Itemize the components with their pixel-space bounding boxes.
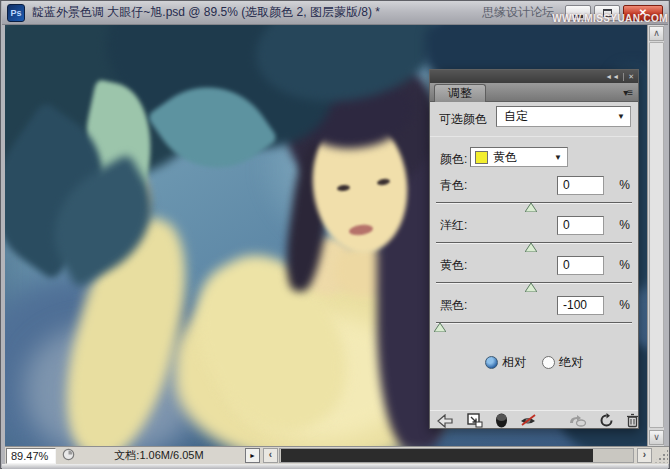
color-dropdown[interactable]: 黄色 ▼ bbox=[470, 147, 568, 167]
yellow-value-input[interactable]: 0 bbox=[557, 256, 604, 275]
color-swatch bbox=[475, 151, 488, 164]
radio-icon[interactable] bbox=[485, 356, 498, 369]
return-arrow-icon[interactable] bbox=[437, 414, 454, 428]
forum-link-text: 思缘设计论坛 bbox=[482, 4, 554, 21]
scroll-up-arrow[interactable]: ∧ bbox=[649, 26, 664, 41]
maximize-icon bbox=[603, 9, 612, 17]
percent-label: % bbox=[619, 258, 630, 272]
reset-icon[interactable] bbox=[599, 413, 614, 428]
percent-label: % bbox=[619, 298, 630, 312]
magenta-value-input[interactable]: 0 bbox=[557, 216, 604, 235]
yellow-slider-handle[interactable] bbox=[525, 283, 537, 292]
close-button[interactable]: ✕ bbox=[623, 5, 663, 21]
black-slider-handle[interactable] bbox=[434, 323, 446, 332]
toggle-visibility-eye-icon[interactable] bbox=[519, 413, 539, 428]
horizontal-scrollbar[interactable] bbox=[279, 448, 634, 463]
minimize-icon bbox=[574, 15, 583, 18]
maximize-button[interactable] bbox=[594, 5, 620, 21]
chevron-down-icon: ▼ bbox=[617, 112, 630, 121]
chevron-down-icon: ▼ bbox=[554, 153, 567, 162]
absolute-label: 绝对 bbox=[559, 354, 583, 371]
vertical-scroll-thumb[interactable] bbox=[649, 42, 664, 428]
black-value-input[interactable]: -100 bbox=[557, 296, 604, 315]
status-bar: 89.47% 文档:1.06M/6.05M ► ‹ › bbox=[5, 446, 669, 464]
timing-icon bbox=[62, 448, 75, 463]
yellow-slider-track[interactable] bbox=[436, 282, 632, 284]
preset-value: 自定 bbox=[497, 108, 528, 125]
window-frame-bottom bbox=[2, 464, 668, 469]
magenta-slider-group: 洋红: 0 % bbox=[430, 216, 638, 254]
preset-dropdown[interactable]: 自定 ▼ bbox=[496, 106, 631, 127]
yellow-slider-group: 黄色: 0 % bbox=[430, 256, 638, 294]
magenta-slider-handle[interactable] bbox=[525, 243, 537, 252]
expanded-view-icon[interactable] bbox=[467, 413, 483, 428]
zoom-level-input[interactable]: 89.47% bbox=[6, 448, 56, 464]
yellow-label: 黄色: bbox=[440, 257, 467, 274]
panel-header-bar: ◄◄ ✕ bbox=[430, 70, 638, 83]
cyan-slider-group: 青色: 0 % bbox=[430, 176, 638, 214]
relative-label: 相对 bbox=[502, 354, 526, 371]
black-slider-track[interactable] bbox=[436, 322, 632, 324]
percent-label: % bbox=[619, 218, 630, 232]
panel-menu-icon[interactable]: ▾≡ bbox=[623, 87, 632, 98]
window-title: 靛蓝外景色调 大眼仔~旭.psd @ 89.5% (选取颜色 2, 图层蒙版/8… bbox=[32, 4, 380, 21]
percent-label: % bbox=[619, 178, 630, 192]
status-menu-button[interactable]: ► bbox=[245, 448, 260, 463]
magenta-label: 洋红: bbox=[440, 217, 467, 234]
divider bbox=[430, 136, 638, 137]
cyan-label: 青色: bbox=[440, 177, 467, 194]
resize-grip[interactable] bbox=[654, 449, 668, 463]
cyan-value-input[interactable]: 0 bbox=[557, 176, 604, 195]
photoshop-window: Ps 靛蓝外景色调 大眼仔~旭.psd @ 89.5% (选取颜色 2, 图层蒙… bbox=[0, 0, 670, 469]
cyan-slider-handle[interactable] bbox=[525, 203, 537, 212]
vertical-scrollbar[interactable]: ∧ ∨ bbox=[647, 25, 664, 446]
collapse-to-icons-icon[interactable]: ◄◄ bbox=[605, 73, 619, 80]
scroll-left-arrow[interactable]: ‹ bbox=[263, 448, 278, 463]
close-icon: ✕ bbox=[639, 7, 647, 18]
tab-adjustments[interactable]: 调整 bbox=[434, 84, 486, 102]
document-size-info: 文档:1.06M/6.05M bbox=[79, 448, 239, 463]
scroll-right-arrow[interactable]: › bbox=[637, 448, 652, 463]
black-slider-group: 黑色: -100 % bbox=[430, 296, 638, 334]
adjustments-panel: ◄◄ ✕ 调整 ▾≡ 可选颜色 自定 ▼ 颜色: 黄色 ▼ 青 bbox=[429, 69, 639, 429]
photoshop-logo-icon[interactable]: Ps bbox=[7, 4, 25, 22]
black-label: 黑色: bbox=[440, 297, 467, 314]
panel-close-icon[interactable]: ✕ bbox=[628, 73, 634, 81]
panel-body: 可选颜色 自定 ▼ 颜色: 黄色 ▼ 青色: 0 % bbox=[430, 102, 638, 428]
color-label: 颜色: bbox=[440, 151, 467, 168]
selective-color-label: 可选颜色 bbox=[439, 111, 487, 128]
magenta-slider-track[interactable] bbox=[436, 242, 632, 244]
title-bar[interactable]: Ps 靛蓝外景色调 大眼仔~旭.psd @ 89.5% (选取颜色 2, 图层蒙… bbox=[2, 1, 668, 25]
horizontal-scroll-thumb[interactable] bbox=[281, 449, 593, 462]
panel-footer bbox=[430, 413, 638, 428]
view-previous-state-icon[interactable] bbox=[567, 414, 587, 428]
delete-trash-icon[interactable] bbox=[626, 413, 639, 428]
color-value: 黄色 bbox=[493, 149, 517, 166]
panel-tab-bar: 调整 ▾≡ bbox=[430, 83, 638, 102]
header-separator bbox=[623, 73, 624, 81]
minimize-button[interactable] bbox=[565, 5, 591, 21]
clip-to-layer-icon[interactable] bbox=[495, 413, 508, 428]
cyan-slider-track[interactable] bbox=[436, 202, 632, 204]
absolute-radio-option[interactable]: 绝对 bbox=[542, 354, 583, 371]
relative-radio-option[interactable]: 相对 bbox=[485, 354, 526, 371]
radio-icon[interactable] bbox=[542, 356, 555, 369]
method-radio-row: 相对 绝对 bbox=[430, 354, 638, 371]
scroll-down-arrow[interactable]: ∨ bbox=[649, 430, 664, 445]
divider bbox=[430, 410, 638, 411]
